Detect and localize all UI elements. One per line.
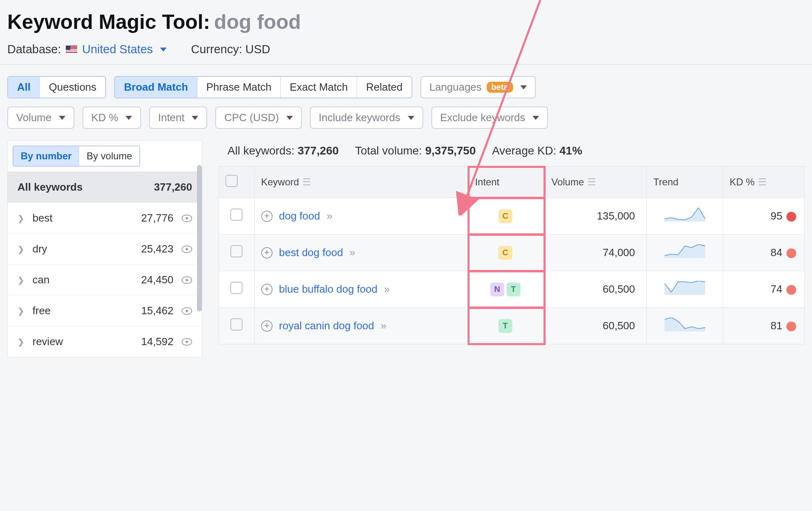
keyword-link[interactable]: blue buffalo dog food [279, 283, 377, 296]
add-keyword-icon[interactable]: + [261, 320, 273, 332]
intent-badge-t: T [498, 319, 512, 333]
filter-intent[interactable]: Intent [149, 107, 207, 129]
match-type-tabs: Broad Match Phrase Match Exact Match Rel… [114, 76, 412, 98]
row-checkbox[interactable] [230, 318, 243, 331]
volume-cell: 135,000 [545, 198, 647, 235]
group-name: free [32, 304, 133, 317]
filter-exclude-keywords[interactable]: Exclude keywords [431, 107, 548, 129]
table-row: + dog food » C 135,000 95 [219, 198, 805, 235]
us-flag-icon [66, 46, 77, 54]
eye-icon[interactable] [182, 246, 192, 253]
eye-icon[interactable] [182, 215, 192, 222]
add-keyword-icon[interactable]: + [261, 284, 273, 295]
tool-name: Keyword Magic Tool: [7, 10, 210, 34]
table-row: + best dog food » C 74,000 84 [219, 235, 805, 271]
sidebar-all-keywords[interactable]: All keywords 377,260 [8, 172, 202, 202]
kd-cell: 84 [723, 235, 805, 271]
kd-cell: 81 [723, 308, 805, 344]
tab-by-number[interactable]: By number [13, 146, 79, 166]
summary-stats: All keywords: 377,260 Total volume: 9,37… [219, 140, 805, 166]
group-name: can [32, 274, 133, 286]
tab-related[interactable]: Related [357, 77, 411, 98]
kd-cell: 95 [723, 198, 805, 235]
tab-by-volume[interactable]: By volume [79, 146, 139, 166]
col-checkbox [219, 167, 255, 198]
col-keyword[interactable]: Keyword☰ [254, 167, 468, 198]
beta-badge: beta [487, 82, 513, 93]
expand-icon[interactable]: » [381, 320, 385, 332]
difficulty-dot-icon [786, 285, 796, 295]
group-name: review [32, 335, 133, 348]
eye-icon[interactable] [182, 276, 192, 284]
group-count: 14,592 [141, 335, 173, 348]
chevron-right-icon: ❯ [17, 275, 24, 285]
expand-icon[interactable]: » [384, 283, 388, 296]
group-count: 24,450 [141, 274, 173, 286]
chevron-down-icon [160, 48, 167, 52]
sidebar-group-item[interactable]: ❯ review 14,592 [8, 326, 202, 357]
filter-cpc[interactable]: CPC (USD) [215, 107, 301, 129]
chevron-down-icon [408, 116, 414, 120]
languages-dropdown[interactable]: Languages beta [420, 76, 536, 98]
group-count: 15,462 [141, 304, 173, 317]
keyword-type-tabs: All Questions [7, 76, 106, 98]
chevron-down-icon [286, 116, 293, 120]
tab-questions[interactable]: Questions [39, 77, 105, 98]
sidebar-group-item[interactable]: ❯ best 27,776 [8, 202, 202, 233]
trend-cell [647, 235, 723, 271]
row-checkbox[interactable] [230, 282, 243, 294]
filter-include-keywords[interactable]: Include keywords [310, 107, 423, 129]
filter-volume[interactable]: Volume [7, 107, 74, 129]
chevron-down-icon [126, 116, 132, 120]
intent-badge-c: C [498, 209, 512, 223]
intent-badge-n: N [490, 283, 504, 296]
intent-badge-t: T [507, 283, 520, 296]
select-all-checkbox[interactable] [225, 175, 238, 187]
filter-kd[interactable]: KD % [82, 107, 141, 129]
keyword-link[interactable]: best dog food [279, 246, 343, 259]
group-count: 27,776 [141, 212, 173, 224]
col-volume[interactable]: Volume☰ [545, 167, 647, 198]
row-checkbox[interactable] [230, 245, 243, 257]
kd-cell: 74 [723, 271, 805, 308]
eye-icon[interactable] [182, 307, 192, 315]
expand-icon[interactable]: » [327, 210, 331, 222]
sidebar-group-item[interactable]: ❯ can 24,450 [8, 264, 202, 295]
eye-icon[interactable] [182, 338, 192, 346]
page-title: Keyword Magic Tool: dog food [7, 10, 805, 34]
chevron-down-icon [59, 116, 65, 120]
keyword-groups-sidebar: By number By volume All keywords 377,260… [7, 140, 202, 357]
sidebar-group-item[interactable]: ❯ dry 25,423 [8, 233, 202, 264]
intent-cell: C [468, 235, 545, 271]
group-name: dry [32, 243, 133, 255]
row-checkbox[interactable] [230, 209, 243, 221]
scrollbar[interactable] [197, 165, 202, 311]
trend-cell [647, 308, 723, 344]
difficulty-dot-icon [786, 248, 796, 258]
tab-phrase-match[interactable]: Phrase Match [197, 77, 280, 98]
group-name: best [32, 212, 133, 224]
difficulty-dot-icon [786, 212, 796, 222]
tab-broad-match[interactable]: Broad Match [115, 77, 197, 98]
sort-icon: ☰ [302, 176, 311, 188]
intent-cell: C [468, 198, 545, 235]
search-keyword: dog food [214, 10, 301, 34]
volume-cell: 60,500 [545, 308, 647, 344]
expand-icon[interactable]: » [349, 246, 354, 259]
keyword-link[interactable]: dog food [279, 210, 320, 222]
chevron-down-icon [520, 85, 527, 89]
currency-label: Currency: USD [191, 43, 270, 56]
col-intent[interactable]: Intent [468, 167, 545, 198]
chevron-down-icon [533, 116, 539, 120]
chevron-right-icon: ❯ [17, 306, 24, 316]
tab-exact-match[interactable]: Exact Match [280, 77, 357, 98]
sort-icon: ☰ [758, 176, 767, 188]
add-keyword-icon[interactable]: + [261, 211, 273, 222]
volume-cell: 74,000 [545, 235, 647, 271]
tab-all[interactable]: All [8, 77, 39, 98]
sidebar-group-item[interactable]: ❯ free 15,462 [8, 295, 202, 326]
keyword-link[interactable]: royal canin dog food [279, 320, 374, 332]
col-kd[interactable]: KD %☰ [723, 167, 805, 198]
database-selector[interactable]: Database: United States [7, 43, 167, 56]
add-keyword-icon[interactable]: + [261, 247, 273, 259]
